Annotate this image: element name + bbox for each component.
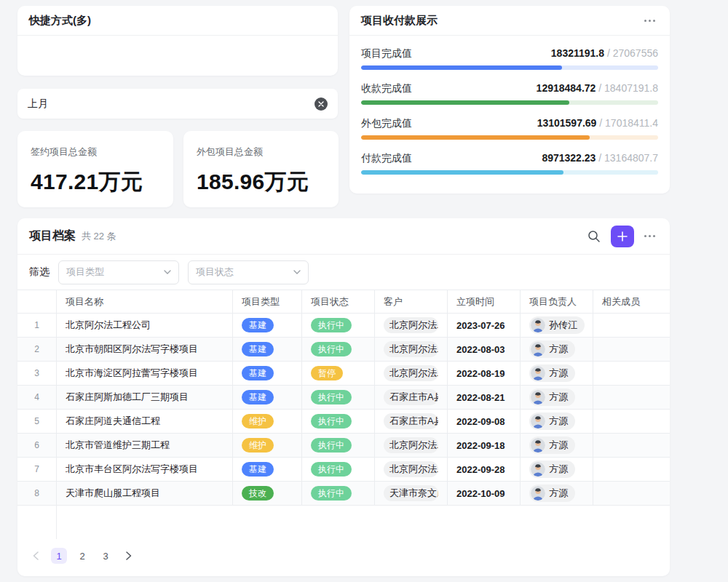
project-name-cell: 石家庄阿斯加德工厂三期项目 xyxy=(57,386,233,409)
project-type-badge: 基建 xyxy=(242,318,274,332)
clear-filter-button[interactable] xyxy=(314,97,328,111)
page-button-2[interactable]: 2 xyxy=(74,548,90,564)
payment-progress-list: 项目完成值18321191.8 / 27067556收款完成值12918484.… xyxy=(349,36,670,175)
customer-cell: 北京阿尔法工 xyxy=(375,362,448,385)
project-name-cell: 石家庄阿道夫通信工程 xyxy=(57,410,233,433)
customer-tag: 石家庄市A县 xyxy=(384,413,438,429)
project-name-cell: 北京市管道维护三期工程 xyxy=(57,434,233,457)
project-status-badge: 执行中 xyxy=(311,438,352,453)
chevron-down-icon xyxy=(293,270,301,274)
table-row[interactable]: 3北京市海淀区阿拉蕾写字楼项目基建暂停北京阿尔法工2022-08-19方源 xyxy=(17,362,670,386)
customer-tag: 北京阿尔法工 xyxy=(384,317,438,333)
progress-row: 收款完成值12918484.72 / 18407191.8 xyxy=(361,82,658,105)
column-header: 相关成员 xyxy=(593,290,670,313)
project-name-cell: 北京阿尔法工程公司 xyxy=(57,314,233,337)
project-type-cell: 基建 xyxy=(233,314,302,337)
avatar xyxy=(531,438,545,453)
owner-tag: 方源 xyxy=(529,340,575,358)
project-status-badge: 执行中 xyxy=(311,414,352,428)
row-number: 8 xyxy=(17,482,57,505)
progress-label: 付款完成值 xyxy=(361,152,412,165)
project-status-badge: 执行中 xyxy=(311,318,352,332)
search-button[interactable] xyxy=(583,226,605,247)
row-number: 1 xyxy=(17,314,57,337)
pagination: 123 xyxy=(17,539,670,573)
stat-card-signed-total: 签约项目总金额 417.21万元 xyxy=(17,131,173,207)
project-status-cell: 执行中 xyxy=(302,338,375,361)
date-filter-label: 上月 xyxy=(28,97,48,111)
table-row[interactable]: 8天津市爬山服工程项目技改执行中天津市奈文摩2022-10-09方源 xyxy=(17,482,670,506)
progress-track xyxy=(361,135,658,140)
project-type-badge: 维护 xyxy=(242,414,274,428)
project-type-cell: 基建 xyxy=(233,386,302,409)
chevron-right-icon xyxy=(126,551,132,560)
progress-fill xyxy=(361,65,562,70)
members-cell xyxy=(593,362,670,385)
archive-count: 共 22 条 xyxy=(82,230,116,243)
avatar xyxy=(531,486,545,501)
page-button-1[interactable]: 1 xyxy=(51,548,67,564)
table-row[interactable]: 5石家庄阿道夫通信工程维护执行中石家庄市A县2022-09-08方源 xyxy=(17,410,670,434)
progress-values: 8971322.23 / 13164807.7 xyxy=(542,152,658,164)
project-status-badge: 执行中 xyxy=(311,390,352,404)
members-cell xyxy=(593,434,670,457)
table-row[interactable]: 1北京阿尔法工程公司基建执行中北京阿尔法工2023-07-26孙传江 xyxy=(17,314,670,338)
row-number: 5 xyxy=(17,410,57,433)
page-button-3[interactable]: 3 xyxy=(98,548,114,564)
customer-cell: 天津市奈文摩 xyxy=(375,482,448,505)
row-number: 2 xyxy=(17,338,57,361)
progress-label: 收款完成值 xyxy=(361,82,412,95)
start-date-cell: 2022-08-19 xyxy=(448,362,521,385)
progress-label: 外包完成值 xyxy=(361,117,412,130)
owner-tag: 方源 xyxy=(529,461,575,478)
progress-row: 外包完成值13101597.69 / 17018411.4 xyxy=(361,117,658,140)
payment-card: 项目收付款展示 项目完成值18321191.8 / 27067556收款完成值1… xyxy=(349,6,670,194)
stat-value: 185.96万元 xyxy=(197,167,325,197)
project-type-badge: 基建 xyxy=(242,390,274,404)
prev-page-button[interactable] xyxy=(28,548,44,564)
customer-tag: 北京阿尔法工 xyxy=(384,341,438,357)
progress-row: 付款完成值8971322.23 / 13164807.7 xyxy=(361,152,658,175)
customer-cell: 北京阿尔法工 xyxy=(375,338,448,361)
table-row[interactable]: 4石家庄阿斯加德工厂三期项目基建执行中石家庄市A县2022-08-21方源 xyxy=(17,386,670,410)
start-date-cell: 2023-07-26 xyxy=(448,314,521,337)
members-cell xyxy=(593,458,670,481)
project-status-select[interactable]: 项目状态 xyxy=(188,260,309,284)
project-type-cell: 技改 xyxy=(233,482,302,505)
project-type-select[interactable]: 项目类型 xyxy=(58,260,179,284)
filter-label: 筛选 xyxy=(29,266,50,279)
search-icon xyxy=(587,230,601,243)
avatar xyxy=(531,318,545,332)
archive-header: 项目档案 共 22 条 xyxy=(17,218,670,255)
stat-label: 签约项目总金额 xyxy=(31,146,160,159)
project-archive-card: 项目档案 共 22 条 筛选 项目类型 项目状态 xyxy=(17,218,670,576)
column-header: 立项时间 xyxy=(448,290,521,313)
progress-track xyxy=(361,65,658,70)
customer-tag: 北京阿尔法工 xyxy=(384,437,438,453)
members-cell xyxy=(593,338,670,361)
progress-track xyxy=(361,170,658,175)
column-header xyxy=(17,290,57,313)
owner-cell: 孙传江 xyxy=(521,314,593,337)
next-page-button[interactable] xyxy=(121,548,137,564)
progress-fill xyxy=(361,170,563,175)
progress-fill xyxy=(361,100,569,105)
project-type-badge: 基建 xyxy=(242,366,274,380)
table-row[interactable]: 6北京市管道维护三期工程维护执行中北京阿尔法工2022-09-18方源 xyxy=(17,434,670,458)
more-ellipsis-icon[interactable] xyxy=(641,232,658,240)
more-ellipsis-icon[interactable] xyxy=(641,17,658,25)
avatar xyxy=(531,342,545,356)
customer-tag: 石家庄市A县 xyxy=(384,389,438,405)
avatar xyxy=(531,366,545,380)
table-row[interactable]: 7北京市丰台区阿尔法写字楼项目基建执行中北京阿尔法工2022-09-28方源 xyxy=(17,458,670,482)
start-date-cell: 2022-09-18 xyxy=(448,434,521,457)
project-status-badge: 执行中 xyxy=(311,342,352,356)
table-header-row: 项目名称项目类型项目状态客户立项时间项目负责人相关成员 xyxy=(17,290,670,314)
project-type-cell: 基建 xyxy=(233,338,302,361)
table-row[interactable]: 2北京市朝阳区阿尔法写字楼项目基建执行中北京阿尔法工2022-08-03方源 xyxy=(17,338,670,362)
customer-tag: 天津市奈文摩 xyxy=(384,485,438,501)
owner-cell: 方源 xyxy=(521,458,593,481)
project-name-cell: 北京市丰台区阿尔法写字楼项目 xyxy=(57,458,233,481)
project-type-badge: 基建 xyxy=(242,342,274,356)
add-record-button[interactable] xyxy=(611,226,634,247)
